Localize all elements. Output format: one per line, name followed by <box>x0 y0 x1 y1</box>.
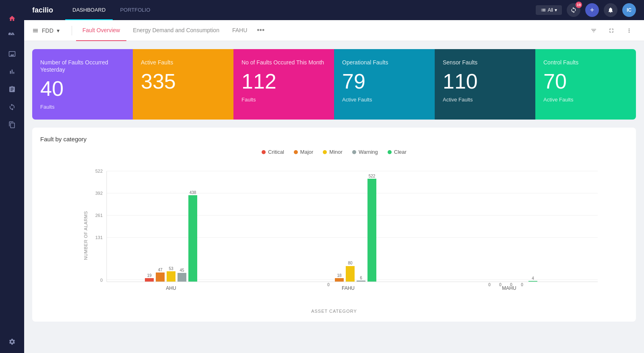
all-button[interactable]: All ▾ <box>536 5 562 15</box>
svg-text:0: 0 <box>499 283 502 287</box>
bar-ahu-clear <box>188 195 197 282</box>
sidebar-icon-copy[interactable] <box>5 118 19 132</box>
all-btn-label: All <box>548 7 553 13</box>
card-faults-yesterday-sub: Faults <box>40 104 125 110</box>
legend-warning-dot <box>352 150 356 154</box>
add-btn[interactable]: + <box>585 3 599 17</box>
card-operational-title: Operational Faults <box>342 59 427 66</box>
sidebar-icon-clipboard[interactable] <box>5 82 19 97</box>
svg-text:4: 4 <box>532 276 534 281</box>
stat-cards: Number of Faults Occurred Yesterday 40 F… <box>32 49 636 120</box>
topbar: facilio DASHBOARD PORTFOLIO All ▾ + IC <box>24 0 644 20</box>
card-sensor-number: 110 <box>443 71 527 92</box>
fdd-label: FDD <box>42 27 54 34</box>
svg-text:0: 0 <box>327 283 330 287</box>
svg-text:19: 19 <box>147 273 152 278</box>
legend-major-dot <box>294 150 298 154</box>
sidebar-icon-refresh[interactable] <box>5 100 19 114</box>
bar-ahu-critical <box>145 278 154 282</box>
svg-text:0: 0 <box>521 283 523 287</box>
topbar-nav: DASHBOARD PORTFOLIO <box>65 0 157 20</box>
svg-text:392: 392 <box>95 191 103 196</box>
chart-x-label: ASSET CATEGORY <box>40 309 628 314</box>
card-control-faults[interactable]: Control Faults 70 Active Faults <box>535 49 636 120</box>
topbar-logo: facilio <box>32 6 53 14</box>
chart-legend: Critical Major Minor Warning <box>40 149 628 155</box>
sidebar-icon-home[interactable] <box>5 11 19 26</box>
fdd-menu[interactable]: FDD ▾ <box>32 27 60 34</box>
tab-fault-overview[interactable]: Fault Overview <box>76 20 126 41</box>
sidebar-icon-tools[interactable] <box>5 29 19 43</box>
svg-text:45: 45 <box>180 268 184 272</box>
user-avatar[interactable]: IC <box>622 3 636 17</box>
svg-text:FAHU: FAHU <box>342 285 355 291</box>
legend-major-label: Major <box>300 149 314 155</box>
svg-text:MAHU: MAHU <box>502 285 516 291</box>
bar-ahu-warning <box>178 273 186 282</box>
nav-dashboard[interactable]: DASHBOARD <box>65 0 113 20</box>
sub-nav-actions <box>587 24 636 37</box>
legend-critical-dot <box>262 150 266 154</box>
chart-title: Fault by category <box>40 136 628 142</box>
fdd-chevron: ▾ <box>57 27 60 34</box>
notifications-btn[interactable] <box>604 3 617 17</box>
more-options-btn[interactable] <box>622 24 636 37</box>
legend-clear: Clear <box>388 149 407 155</box>
nav-divider <box>72 26 72 35</box>
all-btn-chevron: ▾ <box>555 7 557 13</box>
chart-section: Fault by category Critical Major Minor <box>32 128 636 322</box>
legend-warning: Warning <box>352 149 378 155</box>
bar-fahu-minor <box>346 266 355 282</box>
legend-warning-label: Warning <box>359 149 378 155</box>
topbar-right: All ▾ + IC <box>536 3 636 17</box>
filter-btn[interactable] <box>587 24 601 37</box>
card-operational-faults[interactable]: Operational Faults 79 Active Faults <box>334 49 435 120</box>
content: FDD ▾ Fault Overview Energy Demand and C… <box>24 20 644 353</box>
tab-fahu[interactable]: FAHU <box>226 20 254 41</box>
card-active-faults-number: 335 <box>141 71 225 92</box>
bar-ahu-major <box>156 272 165 282</box>
card-active-faults-title: Active Faults <box>141 59 225 66</box>
legend-clear-label: Clear <box>394 149 407 155</box>
sidebar-icon-image[interactable] <box>5 47 19 61</box>
card-faults-month-sub: Faults <box>242 97 326 103</box>
card-sensor-faults[interactable]: Sensor Faults 110 Active Faults <box>435 49 535 120</box>
svg-text:522: 522 <box>369 174 376 178</box>
tab-energy[interactable]: Energy Demand and Consumption <box>126 20 226 41</box>
legend-critical-label: Critical <box>268 149 284 155</box>
svg-text:6: 6 <box>360 276 362 280</box>
svg-text:53: 53 <box>169 266 173 271</box>
expand-btn[interactable] <box>605 24 618 37</box>
card-operational-number: 79 <box>342 71 427 92</box>
card-faults-yesterday-number: 40 <box>40 78 125 99</box>
more-tabs-btn[interactable]: ••• <box>254 26 268 35</box>
card-faults-month[interactable]: No of Faults Occured This Month 112 Faul… <box>233 49 334 120</box>
sidebar <box>0 0 24 353</box>
page-content: Number of Faults Occurred Yesterday 40 F… <box>24 41 644 353</box>
card-control-title: Control Faults <box>543 59 628 66</box>
card-control-number: 70 <box>543 71 628 92</box>
card-faults-yesterday[interactable]: Number of Faults Occurred Yesterday 40 F… <box>32 49 133 120</box>
sidebar-icon-chart[interactable] <box>5 64 19 79</box>
svg-text:AHU: AHU <box>166 285 176 291</box>
svg-text:0: 0 <box>488 283 491 287</box>
card-active-faults[interactable]: Active Faults 335 <box>133 49 233 120</box>
card-sensor-title: Sensor Faults <box>443 59 527 66</box>
svg-text:NUMBER OF ALARMS: NUMBER OF ALARMS <box>83 211 88 260</box>
bar-chart: 522 392 261 131 0 NUMBER OF ALARMS 19 <box>60 163 628 304</box>
svg-text:522: 522 <box>95 169 103 173</box>
nav-portfolio[interactable]: PORTFOLIO <box>113 0 157 20</box>
card-faults-month-number: 112 <box>242 71 326 92</box>
svg-text:18: 18 <box>337 273 342 278</box>
card-faults-month-title: No of Faults Occured This Month <box>242 59 326 66</box>
sidebar-icon-settings[interactable] <box>5 334 19 349</box>
bar-ahu-minor <box>167 271 175 282</box>
svg-text:261: 261 <box>95 213 103 218</box>
bar-fahu-major <box>335 278 344 282</box>
legend-minor-label: Minor <box>329 149 343 155</box>
legend-critical: Critical <box>262 149 284 155</box>
sub-nav: FDD ▾ Fault Overview Energy Demand and C… <box>24 20 644 41</box>
card-sensor-sub: Active Faults <box>443 97 527 103</box>
refresh-btn[interactable] <box>567 3 580 17</box>
card-operational-sub: Active Faults <box>342 97 427 103</box>
